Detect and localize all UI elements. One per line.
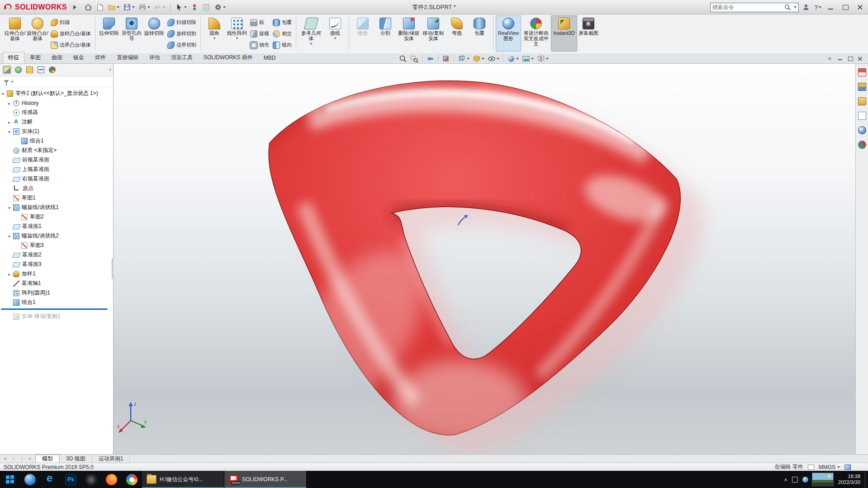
document-tab[interactable]: 3D 视图 [60, 455, 92, 463]
tree-item[interactable]: 草图2 [0, 212, 113, 222]
ribbon-button[interactable]: 旋转凸台/基体 [26, 15, 49, 52]
ribbon-button[interactable]: 边界切割 [166, 39, 198, 51]
expand-pane-icon[interactable]: › [109, 66, 111, 73]
ribbon-button[interactable]: 扫描切除 [166, 17, 198, 28]
tree-item[interactable]: 组合1 [0, 136, 113, 146]
document-tab[interactable]: 运动算例1 [92, 455, 130, 463]
pinned-app-icon[interactable] [85, 474, 97, 485]
ribbon-tab[interactable]: 特征 [3, 52, 24, 63]
tree-item[interactable]: 基准面3 [0, 260, 113, 269]
expand-arrow-icon[interactable] [8, 100, 13, 106]
custom-toolbar-icon[interactable] [808, 464, 814, 470]
3d-model[interactable] [114, 64, 855, 454]
tree-item[interactable]: 右视基准面 [0, 174, 113, 184]
taskbar-window-button[interactable]: H:\微信公众号\0... [142, 471, 224, 488]
tree-item[interactable]: 上视基准面 [0, 165, 113, 174]
file-properties-icon[interactable] [201, 1, 212, 13]
ribbon-button[interactable]: 放样凸台/基体 [49, 28, 93, 39]
tree-item[interactable]: 材质 <未指定> [0, 146, 113, 155]
pinned-app-icon[interactable] [45, 474, 56, 485]
tree-item[interactable]: 基准面1 [0, 222, 113, 231]
tag-icon[interactable] [844, 464, 851, 470]
property-manager-tab-icon[interactable] [14, 66, 23, 74]
maximize-button[interactable] [839, 2, 852, 13]
design-library-icon[interactable] [858, 83, 866, 91]
tree-item[interactable]: 螺旋线/涡状线1 [0, 203, 113, 212]
ribbon-tab[interactable]: 渲染工具 [166, 52, 198, 63]
expand-arrow-icon[interactable] [8, 233, 13, 239]
tree-item[interactable]: 实体-移动/复制1 [0, 312, 113, 321]
ribbon-button[interactable]: 线性阵列 [226, 15, 248, 52]
user-account-icon[interactable] [801, 1, 811, 13]
tree-item[interactable]: 放样1 [0, 269, 113, 279]
ribbon-button[interactable]: 参考几何体 [299, 15, 324, 52]
ribbon-button[interactable]: RealView图形 [496, 15, 521, 52]
display-style-icon[interactable] [472, 54, 485, 63]
dimxpert-tab-icon[interactable] [37, 66, 45, 74]
ribbon-button[interactable]: 边界凸台/基体 [49, 39, 93, 51]
view-settings-icon[interactable] [536, 54, 550, 63]
ribbon-button[interactable]: 相交 [271, 28, 294, 39]
open-icon[interactable] [106, 1, 121, 13]
view-orientation-icon[interactable] [457, 54, 470, 63]
expand-arrow-icon[interactable] [2, 90, 7, 97]
doc-close-icon[interactable] [855, 54, 865, 63]
ribbon-tab[interactable]: 评估 [144, 52, 166, 63]
previous-view-icon[interactable] [425, 54, 435, 63]
pinned-app-icon[interactable] [126, 474, 138, 485]
save-icon[interactable] [122, 1, 136, 13]
tree-item[interactable]: 传感器 [0, 108, 113, 117]
pinned-app-icon[interactable] [24, 474, 36, 485]
undock-icon[interactable] [825, 54, 835, 63]
display-manager-tab-icon[interactable] [48, 66, 57, 74]
close-button[interactable] [854, 2, 866, 13]
tree-item[interactable]: 草图1 [0, 193, 113, 203]
menu-expand-arrow-icon[interactable] [73, 5, 76, 9]
section-view-icon[interactable] [441, 54, 451, 63]
tree-item[interactable]: 阵列(圆周)1 [0, 288, 113, 298]
feature-manager-tab-icon[interactable] [3, 66, 11, 74]
tree-item[interactable]: 零件2 (默认<<默认>_显示状态 1>) [0, 89, 113, 98]
start-button[interactable] [0, 471, 20, 488]
options-gear-icon[interactable] [213, 1, 227, 13]
pinned-app-icon[interactable] [106, 474, 117, 485]
expand-arrow-icon[interactable] [8, 271, 13, 277]
tree-item[interactable]: 注解 [0, 117, 113, 127]
resources-home-icon[interactable] [858, 68, 866, 76]
zoom-area-icon[interactable] [409, 54, 419, 63]
tree-item[interactable]: 组合1 [0, 298, 113, 307]
rebuild-icon[interactable] [189, 1, 200, 13]
taskbar-clock[interactable]: 18:38 2022/3/30 [834, 474, 865, 485]
ribbon-button[interactable]: 弯曲 [446, 15, 468, 52]
ribbon-button[interactable]: 组合 [351, 15, 374, 52]
tree-item[interactable]: 基准轴1 [0, 279, 113, 288]
select-arrow-icon[interactable] [174, 1, 188, 13]
tree-item[interactable]: History [0, 98, 113, 108]
ribbon-button[interactable]: 删除/保留实体 [397, 15, 421, 52]
dropdown-caret-icon[interactable] [837, 466, 840, 468]
zoom-fit-icon[interactable] [398, 54, 408, 63]
file-explorer-icon[interactable] [858, 97, 866, 105]
ribbon-tab[interactable]: 曲面 [46, 52, 68, 63]
ribbon-button[interactable]: 曲线 [324, 15, 346, 52]
doc-restore-icon[interactable] [845, 54, 855, 63]
ribbon-tab[interactable]: 焊件 [90, 52, 111, 63]
tree-item[interactable]: 原点 [0, 184, 113, 193]
document-tab[interactable]: 模型 [35, 455, 60, 463]
ribbon-button[interactable]: 圆角 [203, 15, 226, 52]
ribbon-button[interactable]: 包覆 [468, 15, 491, 52]
expand-arrow-icon[interactable] [8, 119, 13, 125]
ribbon-tab[interactable]: MBD [258, 52, 281, 63]
tree-item[interactable]: 实体(1) [0, 127, 113, 136]
hide-show-items-icon[interactable] [487, 54, 500, 63]
ribbon-button[interactable]: 放样切割 [166, 28, 198, 39]
expand-arrow-icon[interactable] [8, 204, 13, 211]
show-desktop-button[interactable] [865, 471, 868, 488]
search-scope-caret-icon[interactable] [794, 6, 797, 8]
search-icon[interactable] [784, 4, 791, 11]
tree-item[interactable] [0, 307, 113, 312]
ribbon-button[interactable]: 拉伸切除 [98, 15, 120, 52]
tree-item[interactable]: 草图3 [0, 241, 113, 250]
ribbon-tab[interactable]: SOLIDWORKS 插件 [198, 52, 258, 63]
tree-item[interactable]: 螺旋线/涡状线2 [0, 231, 113, 241]
